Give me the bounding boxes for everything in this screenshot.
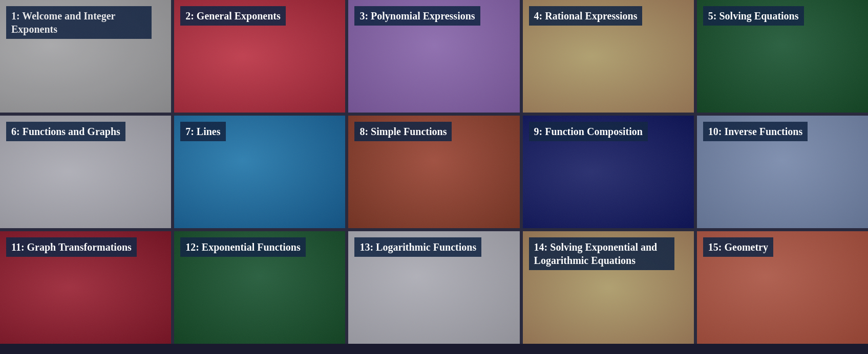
course-card-10[interactable]: 10: Inverse Functions <box>697 116 868 228</box>
course-card-12[interactable]: 12: Exponential Functions <box>174 231 345 344</box>
course-card-6[interactable]: 6: Functions and Graphs <box>0 116 171 228</box>
course-card-label-1: 1: Welcome and Integer Exponents <box>6 6 152 39</box>
course-card-7[interactable]: 7: Lines <box>174 116 345 228</box>
course-card-label-12: 12: Exponential Functions <box>180 237 305 257</box>
course-card-15[interactable]: 15: Geometry <box>697 231 868 344</box>
course-card-label-14: 14: Solving Exponential and Logarithmic … <box>529 237 674 270</box>
course-card-label-9: 9: Function Composition <box>529 122 648 141</box>
course-card-label-13: 13: Logarithmic Functions <box>354 237 481 257</box>
course-card-label-11: 11: Graph Transformations <box>6 237 137 257</box>
course-card-4[interactable]: 4: Rational Expressions <box>523 0 694 113</box>
course-card-label-3: 3: Polynomial Expressions <box>354 6 480 26</box>
course-card-label-2: 2: General Exponents <box>180 6 286 26</box>
course-card-3[interactable]: 3: Polynomial Expressions <box>348 0 519 113</box>
course-card-label-6: 6: Functions and Graphs <box>6 122 125 141</box>
course-card-13[interactable]: 13: Logarithmic Functions <box>348 231 519 344</box>
course-card-label-7: 7: Lines <box>180 122 225 141</box>
course-card-1[interactable]: 1: Welcome and Integer Exponents <box>0 0 171 113</box>
course-card-14[interactable]: 14: Solving Exponential and Logarithmic … <box>523 231 694 344</box>
course-grid: 1: Welcome and Integer Exponents2: Gener… <box>0 0 868 344</box>
course-card-label-4: 4: Rational Expressions <box>529 6 643 26</box>
course-card-2[interactable]: 2: General Exponents <box>174 0 345 113</box>
course-card-label-5: 5: Solving Equations <box>703 6 804 26</box>
course-card-11[interactable]: 11: Graph Transformations <box>0 231 171 344</box>
course-card-label-15: 15: Geometry <box>703 237 773 257</box>
course-card-label-10: 10: Inverse Functions <box>703 122 808 141</box>
course-card-8[interactable]: 8: Simple Functions <box>348 116 519 228</box>
course-card-5[interactable]: 5: Solving Equations <box>697 0 868 113</box>
course-card-label-8: 8: Simple Functions <box>354 122 452 141</box>
course-card-9[interactable]: 9: Function Composition <box>523 116 694 228</box>
